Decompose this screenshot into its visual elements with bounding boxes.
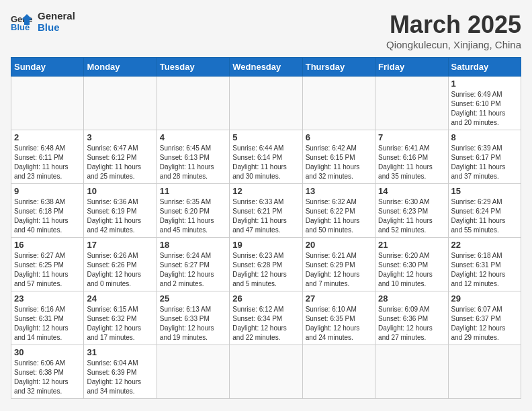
calendar: Sunday Monday Tuesday Wednesday Thursday… [11,57,521,399]
calendar-cell: 12Sunrise: 6:33 AM Sunset: 6:21 PM Dayli… [230,184,302,238]
day-info: Sunrise: 6:30 AM Sunset: 6:23 PM Dayligh… [378,197,445,235]
day-info: Sunrise: 6:12 AM Sunset: 6:34 PM Dayligh… [232,305,299,342]
calendar-cell [375,345,448,399]
day-info: Sunrise: 6:27 AM Sunset: 6:25 PM Dayligh… [14,251,81,289]
day-info: Sunrise: 6:21 AM Sunset: 6:29 PM Dayligh… [306,251,372,289]
header-saturday: Saturday [448,58,521,77]
day-info: Sunrise: 6:45 AM Sunset: 6:13 PM Dayligh… [160,144,226,181]
day-number: 24 [87,293,153,304]
calendar-cell: 1Sunrise: 6:49 AM Sunset: 6:10 PM Daylig… [448,77,521,130]
calendar-cell: 4Sunrise: 6:45 AM Sunset: 6:13 PM Daylig… [157,130,229,184]
calendar-cell: 28Sunrise: 6:09 AM Sunset: 6:36 PM Dayli… [375,291,448,345]
calendar-cell: 31Sunrise: 6:04 AM Sunset: 6:39 PM Dayli… [84,345,157,399]
day-info: Sunrise: 6:39 AM Sunset: 6:17 PM Dayligh… [451,144,518,181]
calendar-cell: 23Sunrise: 6:16 AM Sunset: 6:31 PM Dayli… [11,291,84,345]
calendar-cell: 30Sunrise: 6:06 AM Sunset: 6:38 PM Dayli… [11,345,84,399]
calendar-week-0: 1Sunrise: 6:49 AM Sunset: 6:10 PM Daylig… [11,77,521,130]
day-number: 22 [451,240,518,250]
calendar-cell: 19Sunrise: 6:23 AM Sunset: 6:28 PM Dayli… [230,238,302,291]
calendar-cell: 7Sunrise: 6:41 AM Sunset: 6:16 PM Daylig… [375,130,448,184]
day-number: 29 [451,293,518,304]
day-number: 6 [306,132,372,142]
calendar-cell: 11Sunrise: 6:35 AM Sunset: 6:20 PM Dayli… [157,184,229,238]
day-info: Sunrise: 6:47 AM Sunset: 6:12 PM Dayligh… [87,144,153,181]
calendar-cell [230,77,302,130]
day-number: 1 [451,79,518,89]
calendar-cell: 2Sunrise: 6:48 AM Sunset: 6:11 PM Daylig… [11,130,84,184]
day-info: Sunrise: 6:29 AM Sunset: 6:24 PM Dayligh… [451,197,518,235]
logo: General Blue General Blue [11,11,75,33]
day-info: Sunrise: 6:26 AM Sunset: 6:26 PM Dayligh… [87,251,153,289]
calendar-cell [375,77,448,130]
day-info: Sunrise: 6:15 AM Sunset: 6:32 PM Dayligh… [87,305,153,342]
header-tuesday: Tuesday [157,58,229,77]
day-number: 30 [14,347,81,357]
calendar-cell: 5Sunrise: 6:44 AM Sunset: 6:14 PM Daylig… [230,130,302,184]
day-number: 23 [14,293,81,304]
calendar-cell: 21Sunrise: 6:20 AM Sunset: 6:30 PM Dayli… [375,238,448,291]
day-info: Sunrise: 6:09 AM Sunset: 6:36 PM Dayligh… [378,305,445,342]
day-info: Sunrise: 6:07 AM Sunset: 6:37 PM Dayligh… [451,305,518,342]
day-number: 18 [160,240,226,250]
day-number: 17 [87,240,153,250]
day-number: 26 [232,293,299,304]
day-number: 31 [87,347,153,357]
header-thursday: Thursday [302,58,375,77]
calendar-cell: 22Sunrise: 6:18 AM Sunset: 6:31 PM Dayli… [448,238,521,291]
calendar-header-row: Sunday Monday Tuesday Wednesday Thursday… [11,58,521,77]
calendar-cell: 16Sunrise: 6:27 AM Sunset: 6:25 PM Dayli… [11,238,84,291]
calendar-cell: 25Sunrise: 6:13 AM Sunset: 6:33 PM Dayli… [157,291,229,345]
day-number: 20 [306,240,372,250]
calendar-cell [302,345,375,399]
day-number: 11 [160,186,226,196]
day-number: 14 [378,186,445,196]
day-info: Sunrise: 6:23 AM Sunset: 6:28 PM Dayligh… [232,251,299,289]
day-info: Sunrise: 6:33 AM Sunset: 6:21 PM Dayligh… [232,197,299,235]
calendar-week-4: 23Sunrise: 6:16 AM Sunset: 6:31 PM Dayli… [11,291,521,345]
day-info: Sunrise: 6:41 AM Sunset: 6:16 PM Dayligh… [378,144,445,181]
header-sunday: Sunday [11,58,84,77]
calendar-week-2: 9Sunrise: 6:38 AM Sunset: 6:18 PM Daylig… [11,184,521,238]
calendar-week-3: 16Sunrise: 6:27 AM Sunset: 6:25 PM Dayli… [11,238,521,291]
calendar-cell: 8Sunrise: 6:39 AM Sunset: 6:17 PM Daylig… [448,130,521,184]
day-info: Sunrise: 6:35 AM Sunset: 6:20 PM Dayligh… [160,197,226,235]
day-number: 15 [451,186,518,196]
calendar-cell [157,345,229,399]
day-number: 28 [378,293,445,304]
calendar-cell: 17Sunrise: 6:26 AM Sunset: 6:26 PM Dayli… [84,238,157,291]
day-info: Sunrise: 6:38 AM Sunset: 6:18 PM Dayligh… [14,197,81,235]
day-info: Sunrise: 6:42 AM Sunset: 6:15 PM Dayligh… [306,144,372,181]
calendar-cell: 24Sunrise: 6:15 AM Sunset: 6:32 PM Dayli… [84,291,157,345]
calendar-cell: 20Sunrise: 6:21 AM Sunset: 6:29 PM Dayli… [302,238,375,291]
calendar-cell [448,345,521,399]
day-info: Sunrise: 6:48 AM Sunset: 6:11 PM Dayligh… [14,144,81,181]
day-number: 16 [14,240,81,250]
header-wednesday: Wednesday [230,58,302,77]
calendar-cell: 26Sunrise: 6:12 AM Sunset: 6:34 PM Dayli… [230,291,302,345]
logo-blue: Blue [38,21,60,33]
day-number: 21 [378,240,445,250]
location: Qiongkulecun, Xinjiang, China [386,39,521,50]
calendar-cell: 13Sunrise: 6:32 AM Sunset: 6:22 PM Dayli… [302,184,375,238]
day-info: Sunrise: 6:49 AM Sunset: 6:10 PM Dayligh… [451,90,518,128]
calendar-cell [84,77,157,130]
day-number: 10 [87,186,153,196]
header: General Blue General Blue March 2025 Qio… [11,11,521,50]
calendar-cell: 9Sunrise: 6:38 AM Sunset: 6:18 PM Daylig… [11,184,84,238]
calendar-week-1: 2Sunrise: 6:48 AM Sunset: 6:11 PM Daylig… [11,130,521,184]
day-info: Sunrise: 6:36 AM Sunset: 6:19 PM Dayligh… [87,197,153,235]
day-number: 13 [306,186,372,196]
calendar-cell: 18Sunrise: 6:24 AM Sunset: 6:27 PM Dayli… [157,238,229,291]
day-info: Sunrise: 6:44 AM Sunset: 6:14 PM Dayligh… [232,144,299,181]
day-number: 3 [87,132,153,142]
calendar-cell [157,77,229,130]
calendar-cell: 3Sunrise: 6:47 AM Sunset: 6:12 PM Daylig… [84,130,157,184]
day-info: Sunrise: 6:04 AM Sunset: 6:39 PM Dayligh… [87,359,153,396]
day-info: Sunrise: 6:13 AM Sunset: 6:33 PM Dayligh… [160,305,226,342]
calendar-cell: 15Sunrise: 6:29 AM Sunset: 6:24 PM Dayli… [448,184,521,238]
title-area: March 2025 Qiongkulecun, Xinjiang, China [386,11,521,50]
calendar-cell: 6Sunrise: 6:42 AM Sunset: 6:15 PM Daylig… [302,130,375,184]
calendar-cell: 27Sunrise: 6:10 AM Sunset: 6:35 PM Dayli… [302,291,375,345]
day-info: Sunrise: 6:10 AM Sunset: 6:35 PM Dayligh… [306,305,372,342]
day-number: 8 [451,132,518,142]
